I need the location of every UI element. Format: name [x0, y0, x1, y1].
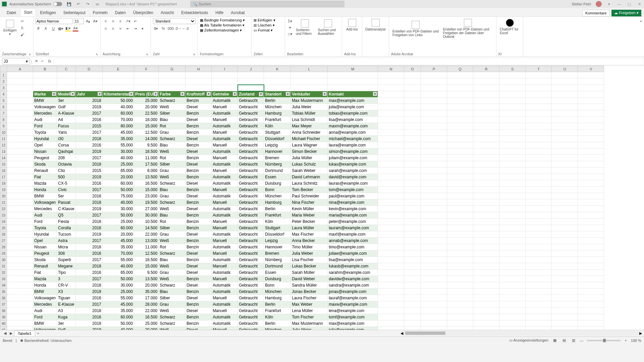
table-cell[interactable]: i30	[57, 136, 76, 142]
cell[interactable]	[447, 282, 473, 289]
cell[interactable]	[578, 174, 604, 180]
filter-dropdown-icon[interactable]: ▾	[323, 92, 327, 96]
cell[interactable]	[421, 314, 447, 320]
table-cell[interactable]: Anna Schneider	[291, 129, 328, 136]
table-cell[interactable]: 2018	[75, 308, 102, 314]
table-cell[interactable]: peter@example.com	[328, 219, 378, 225]
table-cell[interactable]: Gebraucht	[238, 155, 264, 161]
cell[interactable]	[526, 244, 552, 250]
cell[interactable]	[447, 123, 473, 129]
cell[interactable]	[7, 136, 33, 142]
cell[interactable]	[404, 117, 421, 123]
cell[interactable]	[33, 78, 57, 85]
table-cell[interactable]: E-Klasse	[57, 301, 76, 308]
cell[interactable]	[578, 314, 604, 320]
table-cell[interactable]: Blau	[159, 142, 185, 148]
table-cell[interactable]: C-Klasse	[57, 206, 76, 212]
cell[interactable]	[378, 295, 404, 301]
table-cell[interactable]: Köln	[264, 219, 291, 225]
cell[interactable]	[473, 276, 499, 282]
table-cell[interactable]: Duisburg	[264, 180, 291, 187]
table-cell[interactable]: Tom Fischer	[291, 314, 328, 320]
cell[interactable]	[404, 91, 421, 98]
table-cell[interactable]: 500	[57, 174, 76, 180]
cell[interactable]	[421, 327, 447, 330]
row-header[interactable]: 18	[0, 180, 7, 187]
table-cell[interactable]: Fiat	[33, 174, 57, 180]
table-cell[interactable]: 25.000	[102, 219, 134, 225]
cell[interactable]	[578, 250, 604, 257]
cell[interactable]	[552, 174, 578, 180]
row-header[interactable]: 17	[0, 174, 7, 180]
table-cell[interactable]: Hannover	[264, 148, 291, 155]
table-cell[interactable]: Essen	[264, 269, 291, 276]
chatgpt-button[interactable]: ChatGPT for Excel	[498, 18, 521, 36]
table-cell[interactable]: Weiß	[159, 148, 185, 155]
cell[interactable]	[404, 174, 421, 180]
table-cell[interactable]: Köln	[264, 314, 291, 320]
column-header[interactable]: N	[378, 66, 404, 72]
cell[interactable]	[75, 78, 102, 85]
cell[interactable]	[552, 282, 578, 289]
cell[interactable]	[499, 308, 526, 314]
table-cell[interactable]: 12.500	[134, 129, 159, 136]
cell[interactable]	[526, 117, 552, 123]
cell[interactable]	[552, 301, 578, 308]
cell[interactable]	[447, 110, 473, 117]
table-cell[interactable]: Benzin	[185, 187, 212, 193]
table-cell[interactable]: Gebraucht	[238, 161, 264, 168]
fx-icon[interactable]: fx	[48, 59, 51, 64]
table-cell[interactable]: 2017	[75, 238, 102, 244]
table-cell[interactable]: 9.500	[134, 269, 159, 276]
cell[interactable]	[7, 269, 33, 276]
row-header[interactable]: 9	[0, 123, 7, 129]
table-cell[interactable]: Diesel	[185, 206, 212, 212]
cell[interactable]	[447, 85, 473, 91]
row-header[interactable]: 16	[0, 168, 7, 174]
table-cell[interactable]: lukas@example.com	[328, 161, 378, 168]
cell[interactable]	[499, 142, 526, 148]
cell[interactable]	[378, 219, 404, 225]
table-cell[interactable]: Gebraucht	[238, 174, 264, 180]
table-cell[interactable]: BMW	[33, 98, 57, 104]
table-cell[interactable]: 13.000	[134, 238, 159, 244]
cell[interactable]	[473, 295, 499, 301]
table-cell[interactable]: 65.000	[102, 269, 134, 276]
table-cell[interactable]: 2015	[75, 168, 102, 174]
table-cell[interactable]: Corolla	[57, 225, 76, 231]
table-cell[interactable]: Diesel	[185, 148, 212, 155]
table-cell[interactable]: Gebraucht	[238, 327, 264, 330]
cell[interactable]	[7, 238, 33, 244]
cell[interactable]	[421, 98, 447, 104]
cell[interactable]	[404, 142, 421, 148]
cell[interactable]	[578, 289, 604, 295]
cell[interactable]	[526, 276, 552, 282]
cell[interactable]	[447, 117, 473, 123]
cell[interactable]	[7, 320, 33, 327]
cell[interactable]	[473, 269, 499, 276]
row-header[interactable]: 13	[0, 148, 7, 155]
column-header[interactable]: J	[238, 66, 264, 72]
cell[interactable]	[421, 155, 447, 161]
cell[interactable]	[552, 72, 578, 78]
comma-icon[interactable]: 000	[168, 25, 174, 32]
table-cell[interactable]: Peugeot	[33, 250, 57, 257]
table-cell[interactable]: Bremen	[264, 250, 291, 257]
cell[interactable]	[552, 212, 578, 219]
cell[interactable]	[526, 129, 552, 136]
table-cell[interactable]: Diesel	[185, 295, 212, 301]
table-cell[interactable]: tobias@example.com	[328, 110, 378, 117]
cell[interactable]	[499, 117, 526, 123]
table-cell[interactable]: Benzin	[185, 314, 212, 320]
cell[interactable]	[526, 250, 552, 257]
table-cell[interactable]: 2016	[75, 250, 102, 257]
cell[interactable]	[447, 187, 473, 193]
dialog-launcher-icon[interactable]: ⬊	[96, 53, 98, 56]
table-cell[interactable]: 60.000	[102, 225, 134, 231]
cell[interactable]	[552, 263, 578, 269]
table-cell[interactable]: Automatik	[212, 301, 238, 308]
table-cell[interactable]: Diesel	[185, 117, 212, 123]
table-cell[interactable]: 2019	[75, 206, 102, 212]
cell[interactable]	[473, 117, 499, 123]
table-cell[interactable]: Renault	[33, 263, 57, 269]
